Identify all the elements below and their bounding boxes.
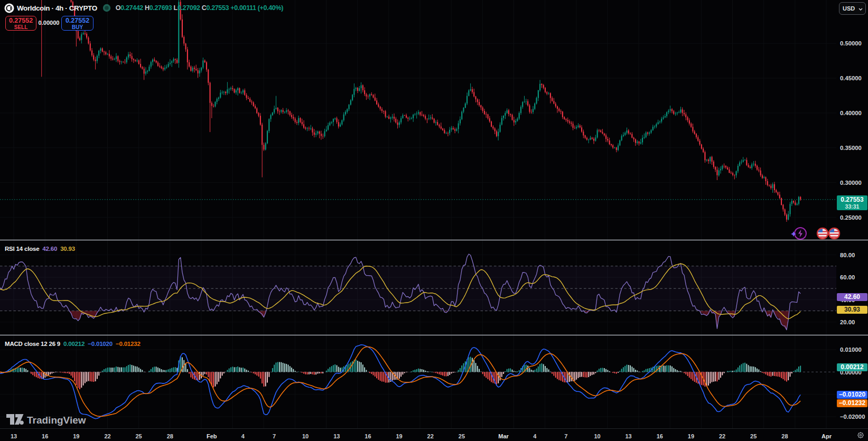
svg-text:60.00: 60.00 [840, 274, 855, 280]
svg-text:0.35000: 0.35000 [840, 145, 862, 151]
svg-text:28: 28 [167, 433, 173, 439]
svg-text:4: 4 [241, 433, 245, 439]
svg-text:Apr: Apr [822, 433, 832, 439]
svg-text:19: 19 [688, 433, 694, 439]
svg-text:16: 16 [657, 433, 663, 439]
svg-text:25: 25 [750, 433, 757, 439]
svg-text:13: 13 [333, 433, 340, 439]
svg-text:0.30000: 0.30000 [840, 180, 862, 186]
svg-text:10: 10 [594, 433, 600, 439]
svg-text:0.40000: 0.40000 [840, 110, 862, 116]
svg-text:TradingView: TradingView [27, 415, 86, 426]
svg-text:13: 13 [11, 433, 17, 439]
svg-text:0.50000: 0.50000 [840, 40, 862, 46]
svg-text:0.01000: 0.01000 [840, 346, 862, 353]
svg-text:25: 25 [459, 433, 465, 439]
svg-text:16: 16 [365, 433, 371, 439]
svg-text:13: 13 [625, 433, 631, 439]
svg-text:0.25000: 0.25000 [840, 214, 862, 221]
svg-text:7: 7 [273, 433, 276, 439]
svg-text:22: 22 [719, 433, 725, 439]
svg-text:−0.02000: −0.02000 [840, 414, 865, 420]
svg-text:19: 19 [396, 433, 402, 439]
svg-text:10: 10 [302, 433, 309, 439]
svg-text:28: 28 [781, 433, 788, 439]
svg-text:Mar: Mar [498, 433, 509, 439]
svg-text:4: 4 [533, 433, 537, 439]
svg-text:7: 7 [564, 433, 567, 439]
svg-text:25: 25 [135, 433, 142, 439]
svg-text:80.00: 80.00 [840, 252, 855, 258]
svg-text:0.45000: 0.45000 [840, 75, 862, 81]
svg-text:19: 19 [73, 433, 79, 439]
svg-text:Feb: Feb [207, 433, 217, 439]
svg-text:16: 16 [42, 433, 48, 439]
svg-text:20.00: 20.00 [840, 319, 855, 325]
svg-text:22: 22 [104, 433, 110, 439]
svg-text:22: 22 [427, 433, 434, 439]
